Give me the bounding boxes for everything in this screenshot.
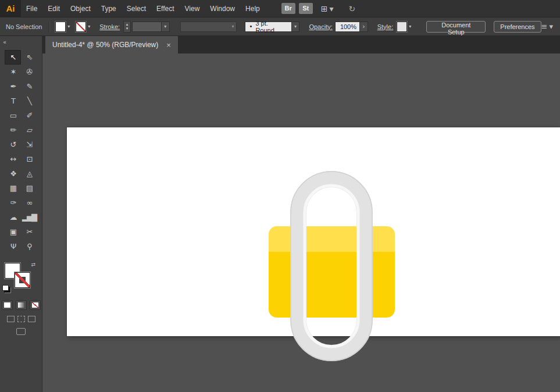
- fill-swatch[interactable]: [55, 22, 66, 32]
- menu-edit[interactable]: Edit: [42, 0, 65, 17]
- shackle-inner-highlight: [305, 186, 358, 347]
- scale-tool[interactable]: ⇲: [21, 137, 37, 152]
- opacity-menu-arrow[interactable]: ›: [360, 22, 368, 32]
- menu-file[interactable]: File: [21, 0, 42, 17]
- align-options-control[interactable]: ≡ ▾: [541, 22, 553, 31]
- zoom-tool-icon: ⚲: [27, 242, 31, 251]
- width-tool[interactable]: ↔: [5, 152, 21, 166]
- artboard-tool[interactable]: ▣: [5, 224, 21, 239]
- document-setup-button[interactable]: Document Setup: [426, 21, 486, 33]
- symbol-sprayer-tool[interactable]: ☁: [5, 210, 21, 224]
- scale-tool-icon: ⇲: [27, 140, 32, 149]
- fill-stroke-indicator: ⇄: [0, 262, 42, 294]
- variable-width-profile-dropdown[interactable]: • 3 pt. Round: [245, 22, 291, 32]
- stepper-down-icon[interactable]: ▾: [126, 27, 129, 31]
- document-tab[interactable]: Untitled-4* @ 50% (RGB/Preview) ×: [45, 36, 178, 54]
- chevron-down-icon: ▾: [329, 4, 333, 13]
- draw-normal-button[interactable]: [7, 316, 15, 322]
- stroke-color-control[interactable]: ▾: [76, 22, 90, 32]
- default-fill-stroke-icon[interactable]: [2, 285, 9, 291]
- graphic-style-dropdown[interactable]: ▾: [397, 22, 411, 32]
- menu-view[interactable]: View: [180, 0, 205, 17]
- screen-mode-button[interactable]: [16, 328, 26, 335]
- rectangle-tool-icon: ▭: [10, 111, 16, 120]
- tools-grid: ↖⇖✶✇✒✎T╲▭✐✏▱↺⇲↔⊡❖◬▦▤✑∞☁▂▅▇▣✂Ψ⚲: [0, 50, 42, 254]
- eyedropper-tool[interactable]: ✑: [5, 195, 21, 210]
- fill-color-control[interactable]: ▾: [55, 22, 70, 32]
- hand-tool[interactable]: Ψ: [5, 239, 21, 254]
- draw-behind-button[interactable]: [17, 316, 25, 322]
- blend-tool-icon: ∞: [27, 198, 32, 207]
- eraser-tool[interactable]: ▱: [21, 123, 37, 137]
- direct-selection-tool[interactable]: ⇖: [21, 50, 37, 65]
- shackle-ring[interactable]: [298, 179, 365, 353]
- pen-tool-icon: ✒: [10, 82, 16, 91]
- touch-workspace-icon[interactable]: ↻: [349, 4, 356, 13]
- workspace-layout-icon: ⊞: [321, 4, 328, 13]
- draw-inside-button[interactable]: [28, 316, 35, 322]
- slice-tool[interactable]: ✂: [21, 224, 37, 239]
- tab-bar: Untitled-4* @ 50% (RGB/Preview) ×: [42, 36, 560, 54]
- symbol-sprayer-tool-icon: ☁: [10, 213, 16, 222]
- rotate-tool[interactable]: ↺: [5, 137, 21, 152]
- free-transform-tool[interactable]: ⊡: [21, 152, 37, 166]
- curvature-tool[interactable]: ✎: [21, 79, 37, 94]
- collapse-panel-icon[interactable]: «: [3, 39, 6, 45]
- magic-wand-tool-icon: ✶: [10, 67, 16, 76]
- shape-builder-tool[interactable]: ❖: [5, 166, 21, 181]
- preferences-button[interactable]: Preferences: [494, 21, 541, 33]
- selection-tool[interactable]: ↖: [5, 50, 21, 65]
- chevron-down-icon: ▾: [550, 22, 554, 31]
- brush-definition-dropdown[interactable]: ▾: [180, 22, 237, 32]
- gradient-icon: [18, 302, 24, 308]
- menu-window[interactable]: Window: [205, 0, 240, 17]
- perspective-grid-tool[interactable]: ◬: [21, 166, 37, 181]
- mesh-tool[interactable]: ▦: [5, 181, 21, 195]
- rectangle-tool[interactable]: ▭: [5, 108, 21, 123]
- menu-object[interactable]: Object: [65, 0, 96, 17]
- rotate-tool-icon: ↺: [10, 140, 16, 149]
- stroke-panel-link[interactable]: Stroke:: [99, 23, 120, 30]
- lasso-tool[interactable]: ✇: [21, 65, 37, 79]
- swap-fill-stroke-icon[interactable]: ⇄: [31, 262, 35, 268]
- none-button[interactable]: [30, 300, 41, 310]
- line-segment-tool-icon: ╲: [27, 97, 31, 105]
- artboard-tool-icon: ▣: [10, 227, 16, 236]
- width-profile-chevron[interactable]: ▾: [292, 22, 300, 32]
- stroke-weight-stepper[interactable]: ▴ ▾: [123, 21, 131, 33]
- zoom-tool[interactable]: ⚲: [21, 239, 37, 254]
- type-tool-icon: T: [11, 97, 15, 105]
- stroke-weight-dropdown[interactable]: ▾: [162, 22, 170, 32]
- stock-button[interactable]: St: [299, 3, 313, 14]
- opacity-panel-link[interactable]: Opacity:: [309, 23, 332, 30]
- paintbrush-tool[interactable]: ✐: [21, 108, 37, 123]
- stroke-color-swatch[interactable]: [15, 272, 30, 288]
- workspace-switcher[interactable]: ⊞ ▾: [321, 4, 334, 13]
- gradient-button[interactable]: [16, 300, 27, 310]
- free-transform-tool-icon: ⊡: [27, 155, 32, 163]
- canvas[interactable]: [42, 54, 560, 392]
- lock-shackle-shape[interactable]: [290, 171, 373, 361]
- magic-wand-tool[interactable]: ✶: [5, 65, 21, 79]
- menu-effect[interactable]: Effect: [151, 0, 179, 17]
- blend-tool[interactable]: ∞: [21, 195, 37, 210]
- menu-select[interactable]: Select: [122, 0, 151, 17]
- tab-title: Untitled-4* @ 50% (RGB/Preview): [52, 41, 158, 49]
- gradient-tool[interactable]: ▤: [21, 181, 37, 195]
- opacity-field[interactable]: 100%: [335, 22, 360, 32]
- menu-help[interactable]: Help: [240, 0, 265, 17]
- pen-tool[interactable]: ✒: [5, 79, 21, 94]
- selection-status: No Selection: [0, 23, 49, 30]
- close-tab-icon[interactable]: ×: [166, 41, 171, 49]
- stroke-weight-field[interactable]: [132, 22, 162, 32]
- width-profile-value: 3 pt. Round: [255, 20, 287, 34]
- type-tool[interactable]: T: [5, 94, 21, 108]
- bridge-button[interactable]: Br: [281, 3, 295, 14]
- color-button[interactable]: [2, 300, 13, 310]
- stroke-swatch[interactable]: [76, 22, 86, 32]
- pencil-tool[interactable]: ✏: [5, 123, 21, 137]
- line-segment-tool[interactable]: ╲: [21, 94, 37, 108]
- menu-type[interactable]: Type: [96, 0, 122, 17]
- column-graph-tool[interactable]: ▂▅▇: [21, 210, 37, 224]
- style-swatch[interactable]: [397, 22, 407, 32]
